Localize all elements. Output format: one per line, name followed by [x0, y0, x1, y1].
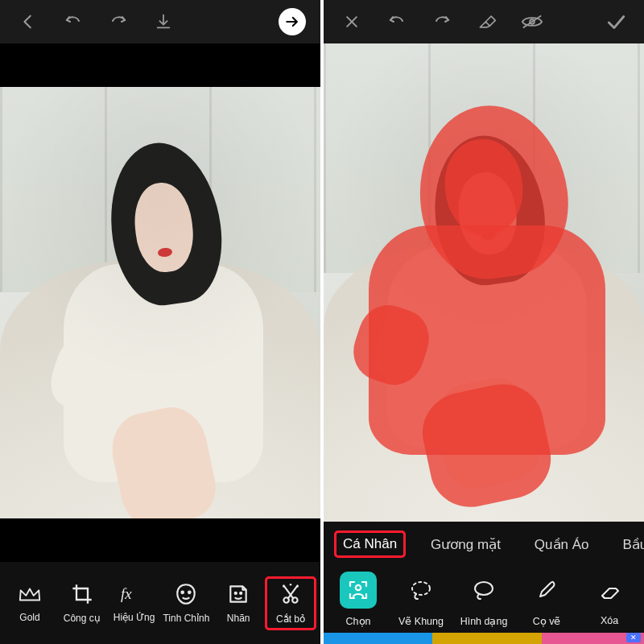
redo-icon[interactable]	[420, 0, 464, 43]
ad-close-icon[interactable]: ✕	[626, 633, 641, 642]
sticker-icon	[227, 583, 250, 608]
face-icon	[174, 583, 198, 608]
back-icon[interactable]	[6, 0, 50, 43]
canvas-left[interactable]	[0, 43, 320, 562]
ad-banner[interactable]	[324, 633, 644, 644]
undo-icon[interactable]	[375, 0, 419, 43]
rtool-brush[interactable]: Cọ vẽ	[517, 572, 576, 627]
svg-point-10	[290, 583, 292, 585]
svg-text:fx: fx	[121, 584, 132, 601]
next-button[interactable]	[270, 0, 314, 43]
tool-label: Gold	[19, 612, 39, 623]
svg-point-15	[356, 585, 361, 590]
rtool-label: Chọn	[346, 615, 371, 627]
svg-point-4	[235, 592, 237, 593]
category-chips: Cá Nhân Gương mặt Quần Áo Bầu Trời	[324, 522, 644, 567]
rtool-label: Vẽ Khung	[398, 615, 444, 627]
phone-right: Cá Nhân Gương mặt Quần Áo Bầu Trời Chọn …	[324, 0, 644, 644]
svg-point-16	[412, 582, 430, 595]
chip-clothes[interactable]: Quần Áo	[526, 531, 597, 558]
tool-sticker[interactable]: Nhãn	[213, 578, 263, 629]
preview-icon[interactable]	[510, 0, 554, 43]
svg-point-8	[283, 585, 285, 588]
brush-icon	[528, 572, 565, 609]
eraser-topbar-icon[interactable]	[465, 0, 509, 43]
dual-screenshot: Gold Công cụ fx Hiệu Ứng Tinh Chỉnh	[0, 0, 644, 644]
chip-face[interactable]: Gương mặt	[423, 531, 509, 558]
svg-point-17	[475, 582, 493, 595]
tool-label: Nhãn	[227, 613, 250, 624]
topbar-left	[0, 0, 320, 43]
download-icon[interactable]	[142, 0, 185, 43]
tool-gold[interactable]: Gold	[5, 579, 55, 628]
chip-person[interactable]: Cá Nhân	[335, 531, 405, 557]
rtool-outline[interactable]: Vẽ Khung	[391, 572, 451, 627]
person-select-icon	[340, 572, 377, 609]
svg-point-3	[188, 591, 191, 593]
svg-point-2	[182, 591, 184, 593]
close-icon[interactable]	[330, 0, 374, 43]
fx-icon: fx	[121, 584, 148, 607]
rtool-shape[interactable]: Hình dạng	[454, 572, 514, 627]
rtool-label: Cọ vẽ	[533, 615, 561, 627]
crop-icon	[71, 583, 93, 608]
tool-retouch[interactable]: Tinh Chỉnh	[161, 578, 211, 629]
photo-right	[324, 43, 644, 522]
rtool-label: Xóa	[601, 615, 618, 626]
bottom-toolbar-left: Gold Công cụ fx Hiệu Ứng Tinh Chỉnh	[0, 562, 320, 644]
rtool-erase[interactable]: Xóa	[580, 572, 639, 626]
eraser-icon	[591, 572, 628, 609]
undo-icon[interactable]	[52, 0, 95, 43]
crown-icon	[18, 584, 42, 607]
svg-point-5	[240, 592, 242, 593]
tool-label: Hiệu Ứng	[114, 612, 155, 623]
lasso-outline-icon	[402, 572, 440, 609]
tool-label: Tinh Chỉnh	[163, 613, 209, 624]
tool-effects[interactable]: fx Hiệu Ứng	[109, 579, 159, 628]
phone-left: Gold Công cụ fx Hiệu Ứng Tinh Chỉnh	[0, 0, 320, 644]
tool-tools[interactable]: Công cụ	[57, 578, 107, 629]
rtool-label: Hình dạng	[460, 615, 508, 627]
photo-left	[0, 43, 320, 562]
chip-sky[interactable]: Bầu Trời	[615, 531, 644, 558]
tool-label: Công cụ	[64, 613, 101, 624]
topbar-right	[324, 0, 644, 43]
redo-icon[interactable]	[97, 0, 140, 43]
canvas-right[interactable]	[324, 43, 644, 522]
lasso-shape-icon	[465, 572, 502, 609]
tool-label: Cắt bỏ	[276, 613, 305, 625]
rtool-select[interactable]: Chọn	[328, 572, 388, 627]
cutout-icon	[279, 582, 303, 609]
tool-cutout[interactable]: Cắt bỏ	[266, 577, 316, 630]
svg-point-9	[296, 585, 299, 588]
confirm-icon[interactable]	[594, 0, 638, 43]
